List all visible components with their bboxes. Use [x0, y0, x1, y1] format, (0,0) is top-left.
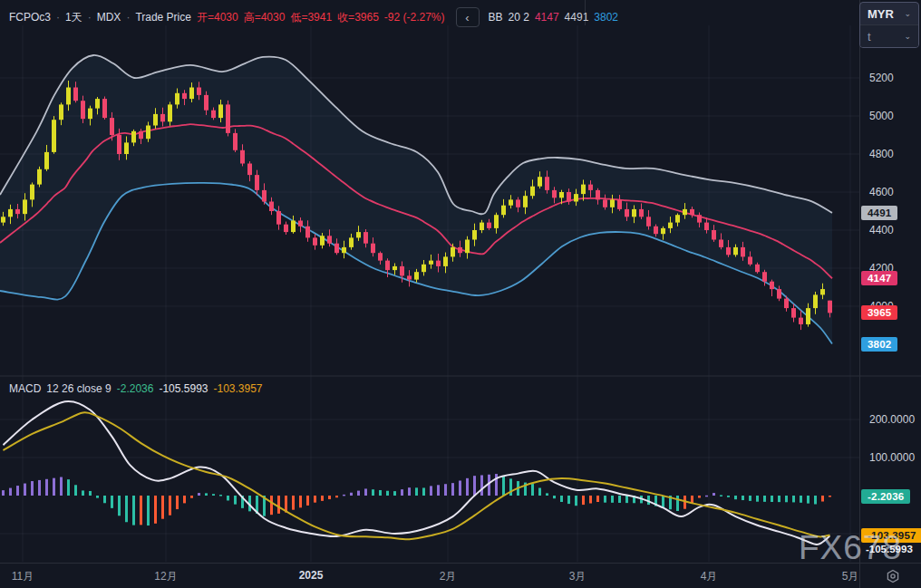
bb-lower-badge: 3802: [861, 337, 897, 352]
time-label-5月: 5月: [842, 569, 859, 584]
macd-pane[interactable]: [2, 401, 831, 545]
axis-corner-divider: [859, 564, 860, 588]
low-value: 低=3941: [290, 10, 332, 25]
macd-tick-200: 200.0000: [869, 413, 915, 426]
separator: ·: [126, 11, 130, 24]
time-label-3月: 3月: [569, 569, 587, 584]
macd-indicator-name[interactable]: MACD: [9, 382, 41, 395]
collapse-legend-button[interactable]: ‹: [456, 7, 480, 27]
price-tick-5200: 5200: [869, 72, 894, 84]
price-axis[interactable]: 5200500048004600440042004000200.0000100.…: [859, 0, 921, 563]
macd-line: [4, 401, 830, 545]
macd-hist-value: -2.2036: [117, 382, 154, 395]
time-label-12月: 12月: [154, 569, 177, 584]
change-value: -92 (-2.27%): [384, 11, 445, 24]
bb-indicator-name[interactable]: BB: [489, 11, 503, 24]
macd-histogram: [2, 474, 831, 525]
last-price-badge: 3965: [861, 305, 897, 320]
bb-lower-value: 3802: [594, 11, 618, 24]
macd-line-value: -105.5993: [159, 382, 208, 395]
bb-basis-value: 4147: [535, 11, 559, 24]
unit-dropdown[interactable]: t ⌄: [860, 24, 918, 47]
exchange-label: MDX: [97, 11, 121, 24]
chevron-down-icon: ⌄: [904, 32, 911, 41]
macd-line-axis-label: -105.5993: [866, 544, 913, 554]
currency-unit-widget: MYR ⌄ t ⌄: [859, 2, 919, 48]
macd-signal-value: -103.3957: [213, 382, 262, 395]
bb-upper-badge: 4491: [861, 206, 897, 220]
close-value: 收=3965: [337, 10, 379, 25]
series-type-label: Trade Price: [135, 11, 191, 24]
currency-value: MYR: [868, 7, 894, 21]
chevron-down-icon: ⌄: [904, 9, 911, 18]
macd-hist-badge: -2.2036: [861, 489, 910, 504]
macd-legend: MACD 12 26 close 9 -2.2036 -105.5993 -10…: [9, 382, 263, 395]
symbol-name[interactable]: FCPOc3: [9, 11, 51, 24]
price-tick-4400: 4400: [869, 224, 894, 236]
separator: ·: [56, 11, 60, 24]
time-label-11月: 11月: [12, 569, 34, 584]
unit-value: t: [868, 30, 871, 43]
price-pane[interactable]: [0, 55, 832, 344]
price-tick-4600: 4600: [869, 186, 894, 198]
time-label-2月: 2月: [440, 569, 457, 584]
symbol-legend: FCPOc3 · 1天 · MDX · Trade Price 开=4030 高…: [9, 7, 618, 27]
open-value: 开=4030: [197, 10, 238, 25]
time-axis[interactable]: 11月12月20252月3月4月5月: [0, 563, 921, 588]
interval-label[interactable]: 1天: [65, 10, 82, 25]
separator: ·: [88, 11, 92, 24]
bb-upper-value: 4491: [565, 11, 589, 24]
time-label-4月: 4月: [701, 569, 718, 584]
currency-dropdown[interactable]: MYR ⌄: [860, 3, 918, 24]
gear-icon: [886, 569, 900, 583]
axis-settings-button[interactable]: [883, 567, 903, 585]
chevron-left-icon: ‹: [465, 11, 469, 24]
time-label-2025: 2025: [299, 569, 324, 582]
bb-basis-badge: 4147: [861, 271, 897, 285]
trading-chart-app: FCPOc3 · 1天 · MDX · Trade Price 开=4030 高…: [0, 0, 921, 588]
candlestick-chart-svg[interactable]: [0, 0, 921, 588]
macd-tick-100: 100.0000: [869, 451, 915, 464]
bb-params: 20 2: [509, 11, 529, 24]
macd-params: 12 26 close 9: [46, 382, 111, 395]
price-tick-4800: 4800: [869, 148, 894, 160]
price-tick-5000: 5000: [869, 110, 894, 122]
high-value: 高=4030: [244, 10, 286, 25]
